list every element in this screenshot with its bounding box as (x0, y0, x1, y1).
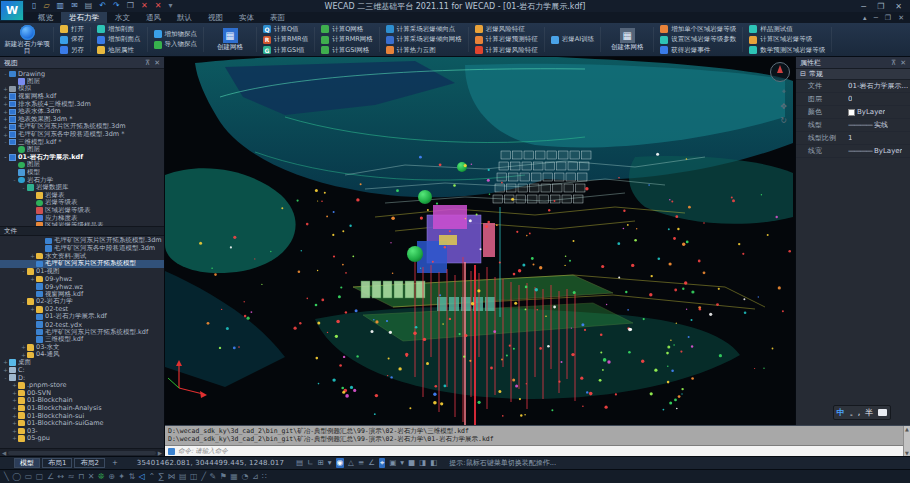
tree-item[interactable]: +00-SVN (0, 389, 164, 397)
child-restore-icon[interactable]: ❐ (885, 14, 891, 22)
ribbon-item-calc-region-burst-level[interactable]: 计算区域岩爆等级 (749, 35, 825, 44)
status-toggle-11[interactable]: ■ (408, 458, 415, 468)
ribbon-item-calc-burst-predict[interactable]: 计算岩爆预测特征 (475, 35, 538, 44)
ribbon-item-add-section[interactable]: 增加剖面 (97, 25, 141, 34)
expander-icon[interactable]: + (11, 382, 18, 388)
tree-item[interactable]: +03-水文 (0, 343, 164, 351)
tree-item[interactable]: +01-Blockchain-sui (0, 412, 164, 420)
ribbon-item-add-section-point[interactable]: 增加剖面点 (97, 35, 141, 44)
tree-item[interactable]: -岩爆数据库 (0, 184, 164, 192)
expander-icon[interactable]: + (11, 420, 18, 426)
close-doc-icon[interactable]: ✕ (141, 2, 148, 10)
tree-item[interactable]: +05-gpu (0, 435, 164, 443)
tree-item[interactable]: -01-视图 (0, 268, 164, 276)
expander-icon[interactable]: - (20, 299, 27, 305)
expander-icon[interactable]: + (2, 116, 9, 122)
expander-icon[interactable]: + (2, 86, 9, 92)
draw-tool-icon-5[interactable]: ↔ (58, 472, 65, 482)
tab-表面[interactable]: 表面 (262, 12, 293, 23)
expander-icon[interactable]: - (2, 71, 9, 77)
draw-tool-icon-14[interactable]: ⌃ (148, 472, 155, 482)
expander-icon[interactable]: + (29, 253, 36, 259)
scroll-left-icon[interactable]: ◀ (2, 450, 6, 456)
ribbon-button-create-solid-grid[interactable]: ▦创建体网格 (602, 24, 652, 55)
tree-item[interactable]: -01-岩石力学展示.kdf (0, 154, 164, 162)
draw-tool-icon-17[interactable]: ▤ (179, 472, 187, 482)
pan-icon[interactable]: ✥ (780, 102, 787, 111)
scroll-down-icon[interactable]: ▼ (905, 450, 909, 456)
expander-icon[interactable]: + (2, 367, 9, 373)
ribbon-item-heat-cloud[interactable]: 计算热力云图 (386, 46, 462, 55)
ribbon-item-math-predict-burst-level[interactable]: 数学预测区域岩爆等级 (749, 46, 825, 55)
tree-item[interactable]: 区域岩爆等级表 (0, 207, 164, 215)
expander-icon[interactable]: + (11, 435, 18, 441)
expander-icon[interactable]: + (20, 344, 27, 350)
draw-tool-icon-20[interactable]: ✎ (209, 472, 216, 482)
tree-item[interactable]: -三维模型.kdf * (0, 138, 164, 146)
tab-视图[interactable]: 视图 (200, 12, 231, 23)
expander-icon[interactable]: + (11, 405, 18, 411)
ribbon-button-new-project[interactable]: 新建岩石力学项目 (2, 24, 52, 55)
status-toggle-6[interactable]: ≡ (358, 458, 364, 468)
expander-icon[interactable]: + (2, 101, 9, 107)
draw-tool-icon-9[interactable]: ❊ (98, 472, 105, 482)
undo-icon[interactable]: ↶ (99, 2, 106, 10)
ribbon-item-set-region-burst-params[interactable]: 设置区域岩爆等级参数 (660, 35, 736, 44)
expander-icon[interactable]: + (11, 397, 18, 403)
ime-lang-indicator[interactable]: 中 (837, 407, 845, 418)
sidebar-hscrollbar[interactable]: ◀ ▶ (0, 448, 164, 456)
expander-icon[interactable]: - (2, 139, 9, 145)
expander-icon[interactable]: - (2, 375, 9, 381)
tree-item[interactable]: +.pnpm-store (0, 381, 164, 389)
draw-tool-icon-13[interactable]: ◁ (139, 472, 145, 482)
expander-icon[interactable]: + (11, 428, 18, 434)
draw-tool-icon-4[interactable]: ∠ (47, 472, 54, 482)
locate-icon[interactable]: ⌖ (780, 87, 787, 97)
tree-item[interactable]: -岩石力学 (0, 176, 164, 184)
tree-item[interactable]: +地表水体.3dm (0, 108, 164, 116)
close-icon[interactable]: ✕ (154, 59, 160, 67)
tree-item[interactable]: 三维模型.kdf (0, 336, 164, 344)
draw-tool-icon-2[interactable]: ▭ (25, 472, 33, 482)
draw-tool-icon-15[interactable]: ∑ (159, 472, 164, 482)
expander-icon[interactable]: - (2, 154, 9, 160)
app-logo-icon[interactable]: W (0, 0, 24, 21)
tree-item[interactable]: 应力梯度表 (0, 214, 164, 222)
tree-item[interactable]: +桌面 (0, 359, 164, 367)
status-toggle-7[interactable]: ∠ (368, 458, 375, 468)
ime-punct-indicator[interactable]: 。, (850, 407, 861, 418)
tab-实体[interactable]: 实体 (231, 12, 262, 23)
tree-item[interactable]: +模拟 (0, 85, 164, 93)
tree-item[interactable]: +排水系统4三维模型.3dm (0, 100, 164, 108)
tree-item[interactable]: -D: (0, 374, 164, 382)
draw-tool-icon-21[interactable]: ⚑ (220, 472, 227, 482)
tree-item[interactable]: +03- (0, 427, 164, 435)
draw-tool-icon-18[interactable]: ◫ (190, 472, 198, 482)
property-row-颜色[interactable]: 颜色ByLayer (796, 106, 910, 119)
tree-item[interactable]: +毛坪矿区河东片区开拓系统模型.3dm (0, 123, 164, 131)
viewport-3d[interactable]: ⌖ ✥ ↻ (165, 57, 795, 425)
layout-tab-模型[interactable]: 模型 (14, 458, 40, 468)
tree-item[interactable]: +视窗网格.kdf (0, 93, 164, 101)
draw-tool-icon-7[interactable]: ⊓ (78, 472, 84, 482)
command-vscrollbar[interactable]: ▲ ▼ (903, 426, 910, 456)
child-close-icon[interactable]: ✕ (898, 14, 904, 22)
command-input[interactable]: 命令: 请输入命令 (165, 445, 903, 456)
tree-item[interactable]: +地表效果图.3dm * (0, 116, 164, 124)
ime-width-indicator[interactable]: 半 (865, 407, 873, 418)
property-row-线型比例[interactable]: 线型比例1 (796, 132, 910, 145)
open-file-icon[interactable]: ▱ (43, 2, 49, 10)
tab-默认[interactable]: 默认 (169, 12, 200, 23)
status-toggle-4[interactable]: ◉ (336, 458, 345, 468)
new-file-icon[interactable]: ▯ (32, 2, 36, 10)
tree-item[interactable]: 图层 (0, 161, 164, 169)
ribbon-item-calc-gsi[interactable]: G计算GSI值 (263, 46, 308, 55)
close-icon[interactable]: ✕ (895, 2, 902, 11)
expander-icon[interactable]: - (20, 268, 27, 274)
expander-icon[interactable]: - (11, 177, 18, 183)
scroll-track[interactable] (8, 451, 156, 455)
tree-item[interactable]: +01-Blockchain-suiGame (0, 419, 164, 427)
status-toggle-10[interactable]: ▾ (400, 458, 404, 468)
window-icon[interactable]: ❒ (127, 2, 134, 10)
status-toggle-2[interactable]: ⊞ (317, 458, 323, 468)
